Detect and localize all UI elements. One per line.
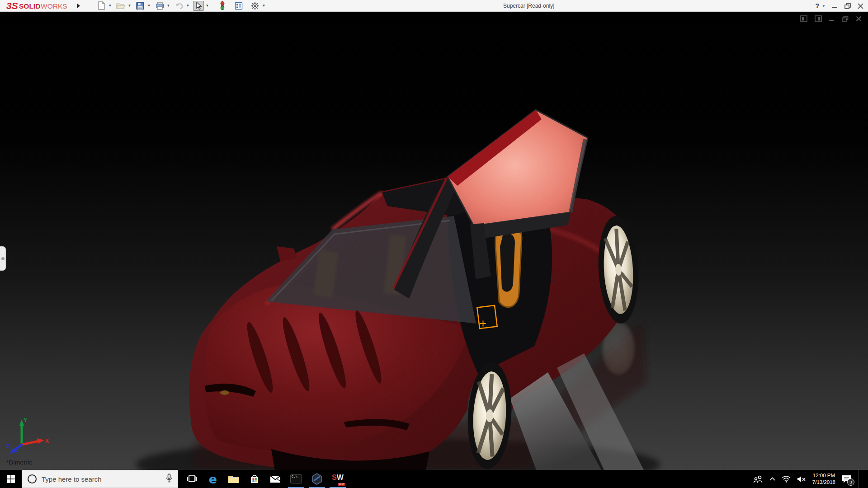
brand-solid: SOLID <box>19 2 40 10</box>
pane-left-icon[interactable] <box>800 15 807 22</box>
search-input[interactable] <box>42 470 160 488</box>
command-prompt-button[interactable]: C:\_ <box>286 470 307 488</box>
doc-minimize-button[interactable] <box>829 16 835 22</box>
open-dropdown[interactable]: ▼ <box>127 1 132 11</box>
x-axis-label: X <box>45 438 49 444</box>
taskbar-clock[interactable]: 12:00 PM 7/13/2018 <box>812 472 835 486</box>
hidden-icons-chevron[interactable] <box>769 477 775 481</box>
mail-icon <box>270 475 281 483</box>
show-desktop-button[interactable] <box>859 470 861 488</box>
select-tool-dropdown[interactable]: ▼ <box>205 1 210 11</box>
svg-text:3S: 3S <box>6 0 18 11</box>
solidworks-window: 3S SOLID WORKS ▼ ▼ ▼ ▼ <box>0 0 868 488</box>
folder-icon <box>228 474 240 483</box>
doc-close-button[interactable] <box>856 16 862 22</box>
new-document-button[interactable] <box>96 1 107 11</box>
solidworks-logo: 3S SOLID WORKS <box>5 0 72 12</box>
help-button[interactable]: ? <box>816 2 820 9</box>
restore-button[interactable] <box>844 3 851 9</box>
start-button[interactable] <box>0 470 22 488</box>
y-axis-label: Y <box>24 417 27 423</box>
menu-flyout-arrow[interactable] <box>74 1 83 11</box>
file-properties-button[interactable] <box>233 1 244 11</box>
print-dropdown[interactable]: ▼ <box>166 1 171 11</box>
options-dropdown[interactable]: ▼ <box>261 1 266 11</box>
rebuild-traffic-light-button[interactable] <box>217 1 228 11</box>
solidworks-app-icon: SW 2017 <box>331 474 344 484</box>
cortana-icon <box>28 474 37 483</box>
window-controls: ? ▼ <box>816 0 863 12</box>
task-view-button[interactable] <box>182 470 203 488</box>
volume-muted-icon[interactable] <box>797 476 806 483</box>
flyout-tab-dot <box>1 257 5 260</box>
document-title: Supercar [Read-only] <box>503 0 554 12</box>
options-gear-button[interactable] <box>250 1 260 11</box>
select-tool-button[interactable] <box>193 1 204 11</box>
windows-taskbar: e C:\_ SW 2017 <box>0 470 868 488</box>
edge-button[interactable]: e <box>203 470 223 488</box>
system-tray: 12:00 PM 7/13/2018 3 <box>753 470 868 488</box>
feature-panel-flyout-tab[interactable] <box>0 246 6 271</box>
car-model <box>136 110 660 470</box>
store-icon <box>250 474 259 484</box>
action-center-button[interactable]: 3 <box>842 475 851 483</box>
graphics-viewport[interactable]: Y X Z *Dimetric <box>0 12 868 470</box>
command-prompt-icon: C:\_ <box>290 474 302 483</box>
edge-icon: e <box>209 473 217 485</box>
store-button[interactable] <box>244 470 265 488</box>
taskbar-apps: e C:\_ SW 2017 <box>182 470 348 488</box>
windows-logo-icon <box>7 475 15 483</box>
close-button[interactable] <box>858 3 863 9</box>
mail-button[interactable] <box>265 470 286 488</box>
undo-dropdown[interactable]: ▼ <box>185 1 190 11</box>
wifi-icon[interactable] <box>782 476 791 483</box>
people-icon[interactable] <box>753 475 763 483</box>
file-explorer-button[interactable] <box>223 470 244 488</box>
view-orientation-label: *Dimetric <box>6 459 32 466</box>
clock-date: 7/13/2018 <box>812 479 835 486</box>
microphone-icon[interactable] <box>166 474 172 484</box>
document-window-controls <box>800 15 862 22</box>
notification-badge: 3 <box>847 479 854 486</box>
save-dropdown[interactable]: ▼ <box>146 1 151 11</box>
taskbar-search[interactable] <box>22 470 178 488</box>
clock-time: 12:00 PM <box>812 472 835 479</box>
help-dropdown[interactable]: ▼ <box>822 4 826 8</box>
save-button[interactable] <box>135 1 146 11</box>
undo-button[interactable] <box>174 1 184 11</box>
orientation-triad: Y X Z <box>6 416 50 455</box>
z-axis-label: Z <box>6 443 9 450</box>
new-document-dropdown[interactable]: ▼ <box>108 1 113 11</box>
hexagon-app-button[interactable] <box>307 470 327 488</box>
solidworks-app-button[interactable]: SW 2017 <box>327 470 348 488</box>
sw-year-badge: 2017 <box>338 483 345 486</box>
hexagon-app-icon <box>311 473 322 485</box>
print-button[interactable] <box>154 1 165 11</box>
open-button[interactable] <box>115 1 126 11</box>
doc-restore-button[interactable] <box>842 16 849 22</box>
brand-works: WORKS <box>41 2 67 10</box>
minimize-button[interactable] <box>832 3 838 9</box>
main-toolbar: ▼ ▼ ▼ ▼ ▼ ▼ <box>96 0 268 12</box>
titlebar: 3S SOLID WORKS ▼ ▼ ▼ ▼ <box>0 0 868 12</box>
car-model-render[interactable] <box>0 12 868 470</box>
pane-right-icon[interactable] <box>815 15 822 22</box>
